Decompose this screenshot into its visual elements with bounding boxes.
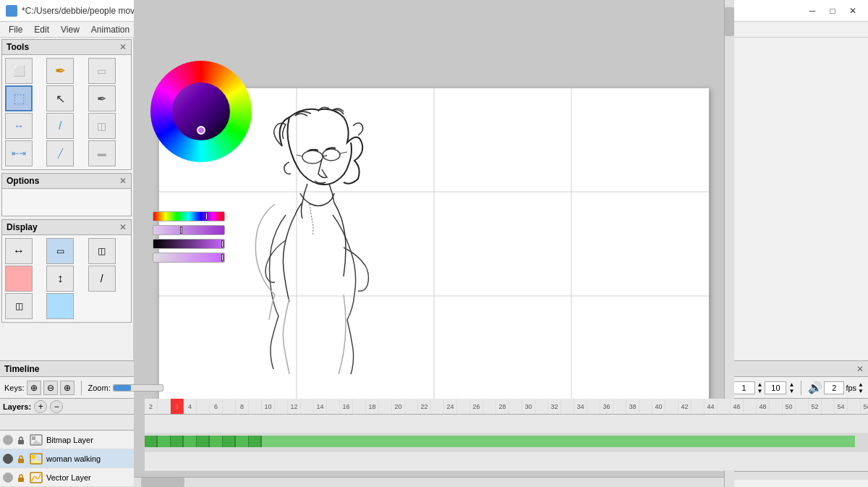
kf-1[interactable] (145, 436, 158, 447)
close-button[interactable]: ✕ (843, 3, 862, 19)
layer-view-btn[interactable]: ◫ (88, 238, 116, 264)
layer-icon-vector (29, 471, 43, 484)
range-arrows: ▲ ▼ (757, 381, 763, 394)
sound-icon[interactable]: 🔊 (808, 381, 822, 394)
tools-panel-close[interactable]: ✕ (119, 42, 127, 52)
arrow-tool[interactable]: ↖ (46, 85, 74, 111)
pen-tool[interactable]: ✒ (46, 58, 74, 84)
range-end-up-arrow[interactable]: ▲ (788, 381, 794, 388)
woman-layer-frames[interactable] (145, 433, 868, 452)
color-wheel[interactable] (150, 61, 252, 162)
line-tool[interactable]: / (46, 113, 74, 139)
h-slider-track[interactable] (153, 211, 225, 221)
svg-rect-18 (18, 478, 24, 482)
kf-9[interactable] (249, 436, 262, 447)
frame-num-6: 6 (210, 399, 223, 415)
fps-down-arrow[interactable]: ▼ (858, 388, 864, 394)
keys-label: Keys: (4, 384, 25, 392)
extra-tool3[interactable]: ▬ (88, 140, 116, 166)
layer-item-bitmap[interactable]: Bitmap Layer (0, 431, 144, 449)
range-end-down-arrow[interactable]: ▼ (788, 388, 794, 394)
fps-input[interactable] (824, 381, 844, 394)
kf-4[interactable] (184, 436, 197, 447)
frame-num-1: 2 (145, 399, 158, 415)
layer-eye-bitmap[interactable] (3, 435, 13, 445)
v-slider-track[interactable] (153, 239, 225, 249)
layer-remove-btn[interactable]: − (50, 400, 63, 413)
kf-3[interactable] (171, 436, 184, 447)
menu-item-view[interactable]: View (55, 23, 85, 36)
options-panel-header: Options ✕ (2, 174, 131, 189)
display-panel-close[interactable]: ✕ (119, 222, 127, 232)
vertical-scrollbar[interactable] (724, 38, 734, 360)
kf-7[interactable] (223, 436, 236, 447)
kf-6[interactable] (210, 436, 223, 447)
layer-view-btn2[interactable]: ◫ (5, 293, 33, 319)
frame-num-52: 52 (809, 399, 822, 415)
frame-num-4: 4 (184, 399, 197, 415)
a-slider-track[interactable] (153, 253, 225, 263)
frame-num-46: 46 (731, 399, 744, 415)
tools-panel: Tools ✕ ⬜ ✒ ▭ ⬚ ↖ ✒ ↔ / ◫ ⇤⇥ ╱ ▬ (1, 39, 132, 170)
frame-num-45 (718, 399, 731, 415)
fps-section: 🔊 fps ▲ ▼ (808, 381, 864, 394)
line-view-btn[interactable]: / (88, 266, 116, 292)
pink-swatch-btn[interactable] (5, 266, 33, 292)
layer-eye-woman[interactable] (3, 454, 13, 464)
select-tool[interactable]: ⬚ (5, 85, 33, 111)
eraser-tool[interactable]: ⬜ (5, 58, 33, 84)
frame-num-47 (744, 399, 757, 415)
svg-line-9 (297, 155, 302, 156)
display-grid: ↔ ▭ ◫ ↕ / ◫ (2, 235, 131, 322)
frame-num-14: 14 (314, 399, 327, 415)
keys-move-btn[interactable]: ⊕ (60, 381, 75, 395)
app-icon (6, 5, 17, 17)
kf-8[interactable] (236, 436, 249, 447)
display-panel-title: Display (7, 222, 38, 232)
extra-tool2[interactable]: ╱ (46, 140, 74, 166)
extra-tool1[interactable]: ⇤⇥ (5, 140, 33, 166)
menu-item-file[interactable]: File (3, 23, 28, 36)
frame-num-11 (275, 399, 288, 415)
frame-range-fill[interactable] (262, 436, 855, 447)
minimize-button[interactable]: ─ (803, 3, 822, 19)
layer-add-btn[interactable]: + (34, 400, 47, 413)
maximize-button[interactable]: □ (823, 3, 842, 19)
blue-swatch-btn[interactable] (46, 293, 74, 319)
nib-tool[interactable]: ✒ (88, 85, 116, 111)
range-start-input[interactable] (733, 381, 755, 394)
move-tool[interactable]: ↔ (5, 113, 33, 139)
s-slider-track[interactable] (153, 225, 225, 235)
flip-v-btn[interactable]: ↕ (46, 266, 74, 292)
frame-num-5 (197, 399, 210, 415)
color-wheel-inner (172, 82, 230, 140)
timeline-title: Timeline (4, 364, 39, 374)
options-panel-close[interactable]: ✕ (119, 176, 127, 186)
layer-icon-woman (29, 452, 43, 465)
frame-num-39 (639, 399, 652, 415)
keys-remove-btn[interactable]: ⊖ (43, 381, 58, 395)
zoom-slider[interactable] (113, 384, 163, 391)
range-up-arrow[interactable]: ▲ (757, 381, 763, 388)
menu-item-animation[interactable]: Animation (85, 23, 135, 36)
range-down-arrow[interactable]: ▼ (757, 388, 763, 394)
kf-5[interactable] (197, 436, 210, 447)
range-end-input[interactable] (765, 381, 786, 394)
layer-item-vector[interactable]: Vector Layer (0, 468, 144, 487)
flip-h-btn[interactable]: ↔ (5, 238, 33, 264)
fps-up-arrow[interactable]: ▲ (858, 381, 864, 388)
color-wheel-cursor[interactable] (197, 126, 205, 135)
blue-rect-btn[interactable]: ▭ (46, 238, 74, 264)
divider-5 (801, 381, 801, 395)
bitmap-layer-frames (145, 415, 868, 433)
kf-2[interactable] (158, 436, 171, 447)
layer-eye-vector[interactable] (3, 473, 13, 483)
title-bar-controls: ─ □ ✕ (803, 3, 862, 19)
menu-item-edit[interactable]: Edit (28, 23, 55, 36)
frame-num-21 (405, 399, 418, 415)
layer-tool[interactable]: ◫ (88, 113, 116, 139)
keys-add-btn[interactable]: ⊕ (27, 381, 41, 395)
timeline-close-btn[interactable]: ✕ (856, 364, 864, 374)
rubber-tool[interactable]: ▭ (88, 58, 116, 84)
layer-item-woman[interactable]: woman walking (0, 449, 144, 468)
